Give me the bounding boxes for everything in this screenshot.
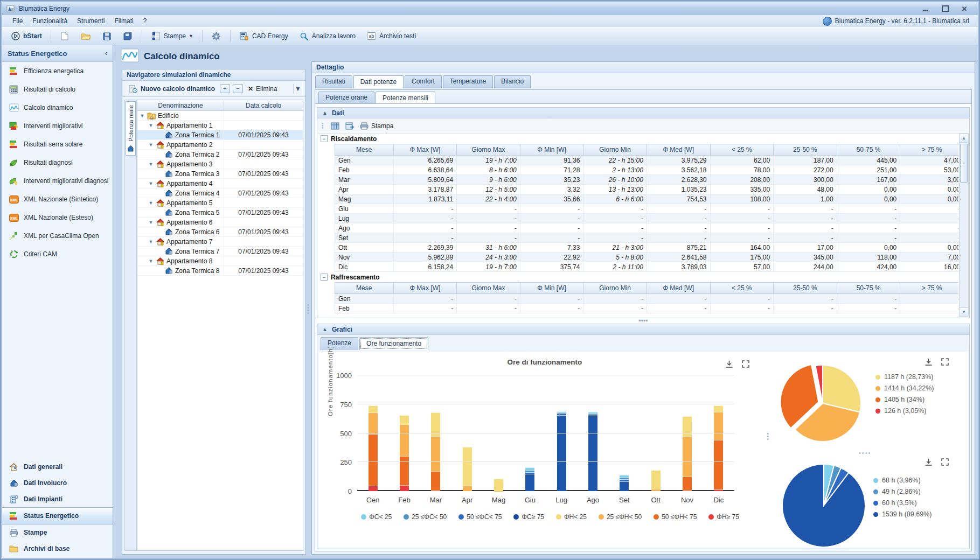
sidebar-item-calcolo-dinamico[interactable]: Calcolo dinamico [2, 99, 113, 117]
new-file-button[interactable] [56, 29, 74, 43]
column-data-calcolo[interactable]: Data calcolo [224, 100, 303, 110]
collapse-all-button[interactable]: − [233, 84, 243, 93]
legend-25-c-50[interactable]: 25 ≤ΦC< 50 [404, 513, 447, 521]
tree-expander-icon[interactable]: ▼ [148, 123, 154, 128]
sidebar-item-criteri-cam[interactable]: Criteri CAM [2, 245, 113, 263]
stampa-button[interactable]: Stampa [360, 122, 393, 130]
column-denominazione[interactable]: Denominazione [137, 100, 224, 110]
legend-h-25[interactable]: ΦH< 25 [556, 513, 587, 521]
fullscreen-chart-button[interactable] [742, 360, 749, 370]
pie-legend-item[interactable]: 1539 h (89,69%) [873, 510, 932, 518]
tree-row-appartamento-1[interactable]: ▼Appartamento 1 [137, 121, 303, 130]
save-button[interactable] [98, 29, 116, 43]
archivio-testi-button[interactable]: ab Archivio testi [363, 29, 420, 43]
grid-export-button[interactable] [345, 121, 355, 131]
sidebar-item-stampe[interactable]: Stampe [2, 524, 113, 541]
sidebar-item-xml-per-casaclima-open[interactable]: XML per CasaClima Open [2, 227, 113, 245]
dati-scrollbar[interactable]: ▲ ≡ ▼ [959, 134, 969, 317]
tree-expander-icon[interactable]: ▼ [148, 258, 154, 264]
dati-section-header[interactable]: ▲ Dati [317, 108, 969, 118]
tab-comfort[interactable]: Comfort [405, 75, 442, 88]
tab-temperature[interactable]: Temperature [443, 75, 493, 88]
sidebar-item-dati-generali[interactable]: Dati generali [2, 459, 113, 475]
analizza-lavoro-button[interactable]: Analizza lavoro [295, 29, 359, 43]
pie-legend-item[interactable]: 1405 h (34%) [875, 396, 934, 403]
tree-row-appartamento-3[interactable]: ▼Appartamento 3 [137, 159, 303, 169]
legend-c-25[interactable]: ΦC< 25 [361, 513, 392, 521]
sidebar-item-risultati-di-calcolo[interactable]: Risultati di calcolo [2, 80, 113, 99]
cad-energy-button[interactable]: CAD Energy [235, 29, 292, 43]
menu-file[interactable]: File [8, 16, 27, 26]
legend-25-h-50[interactable]: 25 ≤ΦH< 50 [599, 513, 642, 521]
tab-potenze-orarie[interactable]: Potenze orarie [318, 92, 374, 103]
section-splitter[interactable]: •••• [318, 318, 969, 323]
table-row[interactable]: Nov5.962,8924 - h 3:0022,925 - h 8:002.6… [335, 253, 959, 262]
navigator-toolbar-dropdown[interactable]: ▼ [293, 84, 302, 94]
fullscreen-pie2-button[interactable] [941, 458, 949, 468]
tree-expander-icon[interactable]: ▼ [148, 181, 154, 186]
table-row[interactable]: Mar5.809,649 - h 6:0035,2326 - h 10:002.… [335, 175, 959, 185]
scroll-up-button[interactable]: ▲ [960, 134, 968, 143]
pie-splitter[interactable]: •••• [859, 452, 871, 454]
table-row[interactable]: Feb6.638,648 - h 6:0071,282 - h 13:003.5… [335, 165, 959, 175]
sidebar-item-status-energetico[interactable]: Status Energetico [2, 507, 113, 524]
collapse-group-icon[interactable]: − [321, 274, 328, 281]
sidebar-item-risultati-diagnosi[interactable]: Risultati diagnosi [2, 153, 113, 172]
tab-potenza-reale[interactable]: Potenza reale [126, 101, 136, 156]
tab-potenze[interactable]: Potenze [321, 337, 358, 350]
tree-row-appartamento-6[interactable]: ▼Appartamento 6 [137, 218, 303, 227]
stampe-dropdown-button[interactable]: W Stampe▼ [147, 29, 197, 43]
legend-c-75[interactable]: ΦC≥ 75 [513, 513, 544, 521]
sidebar-item-dati-involucro[interactable]: Dati Involucro [2, 475, 113, 491]
tree-row-appartamento-4[interactable]: ▼Appartamento 4 [137, 179, 303, 188]
pie-legend-item[interactable]: 1414 h (34,22%) [875, 384, 934, 392]
bstart-button[interactable]: bStart [6, 29, 46, 43]
pie-legend-item[interactable]: 126 h (3,05%) [875, 407, 934, 415]
tree-row-zona-termica-6[interactable]: Zona Termica 6 07/01/2025 09:43 [137, 227, 303, 237]
close-button[interactable]: ✕ [958, 5, 970, 12]
scroll-thumb[interactable]: ≡ [960, 144, 968, 183]
tree-expander-icon[interactable]: ▼ [148, 200, 154, 206]
sidebar-item-dati-impianti[interactable]: Dati Impianti [2, 491, 113, 507]
sidebar-collapse-icon[interactable]: ‹ [105, 50, 107, 57]
table-row[interactable]: Ott2.269,3931 - h 6:007,3321 - h 3:00875… [335, 243, 959, 253]
tab-ore-funzionamento[interactable]: Ore funzionamento [359, 337, 428, 350]
group-riscaldamento[interactable]: −Riscaldamento [321, 134, 958, 144]
tree-row-zona-termica-5[interactable]: Zona Termica 5 07/01/2025 09:43 [137, 208, 303, 218]
scroll-down-button[interactable]: ▼ [960, 307, 968, 316]
sidebar-item-archivi-di-base[interactable]: Archivi di base [2, 541, 113, 557]
sidebar-item-interventi-migliorativi[interactable]: Interventi migliorativi [2, 117, 113, 135]
minimize-button[interactable] [920, 5, 932, 12]
menu-funzionalit[interactable]: Funzionalità [27, 16, 72, 26]
table-row[interactable]: Dic6.158,2419 - h 7:00375,742 - h 11:003… [335, 262, 959, 272]
download-pie1-button[interactable] [925, 358, 933, 368]
tree-row-zona-termica-7[interactable]: Zona Termica 7 07/01/2025 09:43 [137, 247, 303, 256]
tree-row-zona-termica-1[interactable]: Zona Termica 1 07/01/2025 09:43 [137, 130, 303, 140]
tree-row-appartamento-2[interactable]: ▼Appartamento 2 [137, 140, 303, 150]
panel-splitter[interactable]: •••• [307, 304, 309, 314]
tree-row-appartamento-7[interactable]: ▼Appartamento 7 [137, 237, 303, 247]
table-row[interactable]: Gen6.265,6919 - h 7:0091,3622 - h 15:003… [335, 156, 959, 165]
tree-expander-icon[interactable]: ▼ [148, 220, 154, 225]
grafici-section-header[interactable]: ▲ Grafici [317, 324, 969, 335]
sidebar-item-risultati-serra-solare[interactable]: Risultati serra solare [2, 135, 113, 153]
tree-row-zona-termica-4[interactable]: Zona Termica 4 07/01/2025 09:43 [137, 188, 303, 198]
tab-dati-potenze[interactable]: Dati potenze [353, 75, 404, 88]
tree-row-zona-termica-3[interactable]: Zona Termica 3 07/01/2025 09:43 [137, 169, 303, 179]
table-row[interactable]: Mag1.873,1122 - h 4:0035,666 - h 6:00754… [335, 194, 959, 204]
table-row[interactable]: Apr3.178,8712 - h 5:003,3213 - h 13:001.… [335, 185, 959, 194]
pie-legend-item[interactable]: 60 h (3,5%) [873, 499, 932, 507]
pie-legend-item[interactable]: 68 h (3,96%) [873, 477, 932, 484]
sidebar-item-xml-nazionale-esteso[interactable]: XMLXML Nazionale (Esteso) [2, 208, 113, 227]
tree-expander-icon[interactable]: ▼ [140, 113, 145, 118]
pie-legend-item[interactable]: 49 h (2,86%) [873, 488, 932, 495]
tab-bilancio[interactable]: Bilancio [494, 75, 531, 88]
restore-button[interactable] [939, 5, 951, 12]
menu-filmati[interactable]: Filmati [109, 16, 138, 26]
table-row[interactable]: Ago--------- [335, 223, 959, 233]
grid-view-button[interactable] [330, 121, 340, 131]
settings-button[interactable] [207, 29, 225, 43]
sidebar-item-efficienza-energetica[interactable]: Efficienza energetica [2, 62, 113, 80]
tree-row-edificio[interactable]: ▼Edificio [137, 111, 303, 121]
expand-all-button[interactable]: + [220, 84, 230, 93]
